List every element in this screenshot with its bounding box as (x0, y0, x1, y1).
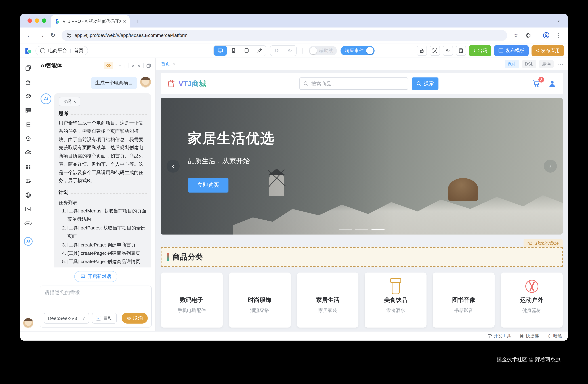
hero-carousel[interactable]: 家居生活优选 品质生活，从家开始 立即购买 ‹ › (161, 98, 563, 235)
breadcrumb[interactable]: 电商平台 | 首页 (36, 46, 88, 55)
next-message-icon[interactable] (137, 63, 141, 68)
checkbox-checked-icon[interactable] (96, 316, 101, 321)
menu-kebab-icon[interactable]: ⋮ (552, 29, 564, 41)
back-circle-icon[interactable] (40, 48, 45, 53)
scroll-up-icon[interactable] (119, 63, 121, 68)
sidebar-item-api[interactable]: API (20, 145, 36, 160)
prev-message-icon[interactable] (131, 63, 135, 68)
user-icon[interactable] (548, 80, 556, 88)
new-tab-button[interactable]: + (132, 17, 142, 26)
cart-button[interactable]: 3 (532, 79, 541, 88)
undo-button[interactable]: ↺ (270, 45, 283, 56)
browser-tab[interactable]: VTJ.PRO - AI驱动的低代码开发 × (51, 15, 130, 27)
category-card[interactable]: 数码电子 手机电脑配件 (161, 273, 223, 327)
carousel-next-icon[interactable]: › (544, 160, 557, 173)
sidebar-item-globe[interactable] (20, 188, 36, 202)
toggle-knob (366, 47, 374, 54)
sidebar-item-layout[interactable] (20, 103, 36, 117)
refresh-icon[interactable]: ↻ (443, 45, 453, 56)
cart-count-badge: 3 (538, 77, 544, 82)
model-select[interactable]: DeepSeek-V3 (44, 313, 89, 323)
tab-close-icon[interactable]: × (123, 19, 126, 24)
back-icon[interactable]: ← (24, 29, 36, 41)
task-item: [工具] getPages: 获取当前项目的全部页面 (67, 224, 147, 241)
selected-section[interactable]: 商品分类 (161, 247, 563, 267)
reload-icon[interactable]: ↻ (47, 29, 59, 41)
eye-off-icon[interactable] (104, 62, 113, 69)
publish-app-button[interactable]: 发布应用 (532, 45, 564, 56)
category-card[interactable]: 美食饮品 零食酒水 (365, 273, 427, 327)
forward-icon[interactable]: → (36, 29, 47, 41)
breadcrumb-app[interactable]: 电商平台 (48, 47, 67, 54)
device-mobile-button[interactable] (227, 45, 240, 56)
shortcuts-button[interactable]: 快捷键 (520, 333, 539, 339)
sidebar-item-ai[interactable]: AI (20, 234, 36, 248)
sidebar-item-env[interactable]: ENV (20, 216, 36, 230)
cancel-label: 取消 (133, 315, 143, 321)
draw-pencil-button[interactable] (253, 45, 266, 56)
new-chat-button[interactable]: 开启新对话 (74, 271, 117, 282)
shop-logo[interactable]: VTJ商城 (167, 79, 206, 88)
page-tab-home[interactable]: 首页 (156, 58, 181, 70)
cancel-button[interactable]: 取消 (122, 313, 148, 323)
search-input-wrap[interactable] (300, 78, 408, 90)
screenshot-icon[interactable] (430, 45, 440, 56)
collapse-button[interactable]: 收起 (59, 97, 80, 106)
extensions-icon[interactable] (523, 29, 534, 41)
sidebar-item-form[interactable] (20, 174, 36, 188)
carousel-dot-active[interactable] (372, 229, 384, 230)
maximize-window-button[interactable] (42, 19, 46, 23)
view-mode-button[interactable]: DSL (522, 60, 536, 68)
close-window-button[interactable] (27, 19, 32, 23)
publish-template-button[interactable]: 发布模板 (494, 45, 529, 56)
carousel-dot[interactable] (355, 229, 368, 230)
page-settings-icon[interactable] (456, 45, 466, 56)
profile-icon[interactable] (540, 29, 552, 41)
codegen-button[interactable]: 出码 (469, 45, 491, 56)
sidebar-item-history[interactable] (20, 131, 36, 145)
address-bar[interactable]: app.vtj.pro/dev/web/#/app/Moses.Ecommerc… (62, 30, 507, 41)
prompt-input[interactable] (40, 286, 151, 308)
scroll-down-icon[interactable] (124, 63, 126, 68)
bookmark-star-icon[interactable]: ☆ (510, 29, 522, 41)
sidebar-item-language[interactable]: En (20, 202, 36, 216)
carousel-prev-icon[interactable]: ‹ (167, 160, 180, 173)
search-input[interactable] (311, 81, 404, 86)
site-settings-icon[interactable] (66, 33, 71, 38)
sidebar-item-blocks[interactable] (20, 89, 36, 103)
devtools-label: 开发工具 (494, 333, 511, 339)
buy-now-button[interactable]: 立即购买 (188, 178, 229, 192)
dark-mode-button[interactable]: 暗黑 (547, 333, 562, 339)
user-avatar[interactable] (23, 318, 33, 328)
sidebar-item-pages[interactable] (20, 61, 36, 75)
category-card[interactable]: 图书音像 书籍影音 (433, 273, 495, 327)
close-icon[interactable] (173, 61, 176, 66)
device-desktop-button[interactable] (214, 45, 227, 56)
view-mode-button[interactable]: 设计 (504, 60, 519, 68)
redo-button[interactable]: ↻ (283, 45, 296, 56)
category-card[interactable]: 时尚服饰 潮流穿搭 (229, 273, 291, 327)
device-tablet-button[interactable] (240, 45, 253, 56)
guides-toggle[interactable]: 辅助线 (309, 46, 337, 55)
search-button[interactable]: 搜索 (412, 78, 439, 90)
sidebar-item-tree[interactable] (20, 117, 36, 131)
guides-toggle-label: 辅助线 (319, 47, 333, 54)
carousel-dot[interactable] (339, 229, 352, 230)
breadcrumb-page[interactable]: 首页 (74, 47, 84, 54)
more-icon[interactable] (558, 61, 563, 67)
chat-area[interactable]: 生成一个电商项目 AI 收起 思考 (36, 73, 155, 267)
auto-checkbox-group[interactable]: 自动 (92, 313, 117, 323)
tab-search-icon[interactable] (555, 17, 562, 24)
sidebar-item-apps[interactable] (20, 160, 36, 174)
category-icon (523, 278, 540, 295)
events-toggle[interactable]: 响应事件 (340, 46, 375, 55)
minimize-window-button[interactable] (35, 19, 39, 23)
category-card[interactable]: 家居生活 家居家装 (297, 273, 359, 327)
sidebar-item-components[interactable] (20, 75, 36, 89)
category-card[interactable]: 运动户外 健身器材 (501, 273, 563, 327)
devtools-button[interactable]: 开发工具 (488, 333, 511, 339)
lock-icon[interactable] (417, 45, 427, 56)
canvas-tools: ↺ ↻ 辅助线 响应事件 (213, 45, 375, 56)
copy-icon[interactable] (146, 63, 151, 68)
view-mode-button[interactable]: 源码 (539, 60, 554, 68)
